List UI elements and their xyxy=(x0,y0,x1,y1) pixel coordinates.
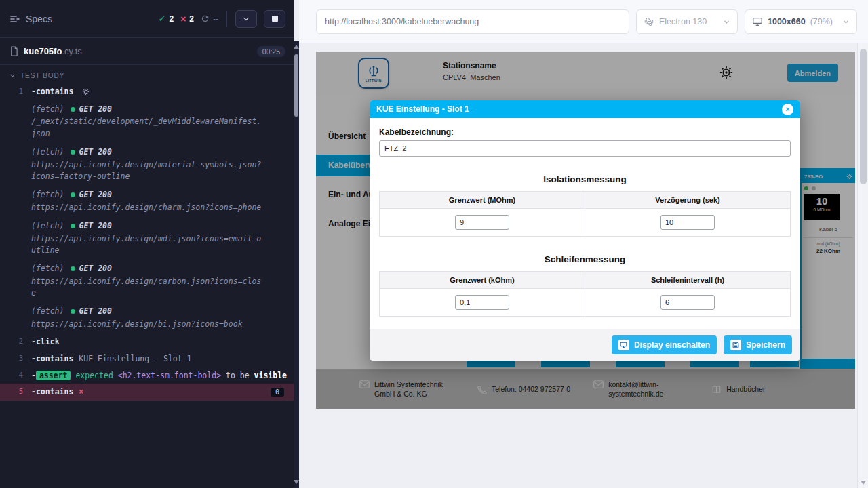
modal-body: Kabelbezeichnung: Isolationsmessung Gren… xyxy=(370,118,800,317)
url-input[interactable] xyxy=(317,10,629,33)
table-row xyxy=(380,209,791,237)
app-viewport: LITTWIN Stationsname CPLV4_Maschen Abmel… xyxy=(316,52,855,409)
reporter-header: Specs ✓ 2 × 2 -- xyxy=(0,0,294,38)
column-header: Schleifenintervall (h) xyxy=(585,272,791,289)
cable-name-input[interactable] xyxy=(379,140,791,157)
spec-file-row[interactable]: kue705fo.cy.ts 00:25 xyxy=(0,38,294,65)
status-dot xyxy=(71,309,75,314)
command-number: 1 xyxy=(0,86,31,95)
retry-count-badge: 0 xyxy=(271,388,284,396)
display-on-button[interactable]: Display einschalten xyxy=(612,336,717,354)
browser-label: Electron 130 xyxy=(659,17,707,26)
command-text: -containsKUE Einstellung - Slot 1 xyxy=(31,353,288,365)
schleifen-table: Grenzwert (kOhm) Schleifenintervall (h) xyxy=(379,271,791,317)
network-event[interactable]: (fetch)GET 200 /_next/static/development… xyxy=(0,100,294,143)
spec-file-icon xyxy=(9,46,18,56)
command-log: 1 -contains (fetch)GET 200 /_next/static… xyxy=(0,83,294,401)
assert-badge: assert xyxy=(36,371,71,380)
aut-pane: Electron 130 1000x660 (79%) LITTWIN Stat… xyxy=(299,0,868,488)
viewport-size: 1000x660 xyxy=(768,17,806,26)
scroll-down-arrow[interactable] xyxy=(294,480,299,484)
spec-name: kue705fo.cy.ts xyxy=(24,46,82,56)
save-icon xyxy=(730,340,741,350)
specs-label: Specs xyxy=(26,14,52,24)
save-button[interactable]: Speichern xyxy=(724,336,792,354)
scrollbar-thumb[interactable] xyxy=(294,54,298,117)
command-contains-failed[interactable]: 5 -contains× 0 xyxy=(0,384,294,401)
electron-icon xyxy=(644,16,654,27)
scrollbar-thumb[interactable] xyxy=(860,49,867,184)
schleifen-heading: Schleifenmessung xyxy=(379,254,791,264)
loop-grenzwert-input[interactable] xyxy=(455,295,509,310)
failed-count: × 2 xyxy=(180,14,194,24)
viewport-zoom: (79%) xyxy=(810,17,833,26)
column-header: Grenzwert (MOhm) xyxy=(380,192,585,209)
stop-icon xyxy=(272,16,278,22)
stop-button[interactable] xyxy=(264,10,285,28)
status-dot xyxy=(71,107,75,112)
command-contains-2[interactable]: 3 -containsKUE Einstellung - Slot 1 xyxy=(0,350,294,367)
chevron-down-icon xyxy=(842,18,850,26)
screen: Specs ✓ 2 × 2 -- xyxy=(0,0,868,488)
passed-count: ✓ 2 xyxy=(159,14,174,24)
browser-select[interactable]: Electron 130 xyxy=(636,9,738,34)
cable-name-label: Kabelbezeichnung: xyxy=(379,127,791,137)
command-text: -contains× xyxy=(31,386,271,398)
cross-icon: × xyxy=(180,14,186,24)
command-number: 3 xyxy=(0,353,31,362)
network-event[interactable]: (fetch)GET 200 https://api.iconify.desig… xyxy=(0,260,294,302)
command-contains-1[interactable]: 1 -contains xyxy=(0,83,294,100)
viewport-select[interactable]: 1000x660 (79%) xyxy=(745,9,857,34)
network-events: (fetch)GET 200 /_next/static/development… xyxy=(0,100,294,334)
assert-selector: <h2.text-sm.font-bold> xyxy=(118,371,221,380)
display-icon xyxy=(618,340,629,350)
column-header: Grenzwert (kOhm) xyxy=(380,272,585,289)
network-event[interactable]: (fetch)GET 200 https://api.iconify.desig… xyxy=(0,143,294,186)
status-dot xyxy=(71,266,75,271)
modal-title: KUE Einstellung - Slot 1 xyxy=(376,104,469,114)
chevron-down-icon xyxy=(9,73,16,79)
main-scrollbar xyxy=(857,43,868,488)
monitor-icon xyxy=(752,17,763,26)
network-event[interactable]: (fetch)GET 200 https://api.iconify.desig… xyxy=(0,186,294,217)
command-text: -contains xyxy=(31,86,288,98)
assert-text: -assert expected <h2.text-sm.font-bold> … xyxy=(31,370,288,382)
request-url: /_next/static/development/_devMiddleware… xyxy=(31,116,262,140)
request-url: https://api.iconify.design/mdi.json?icon… xyxy=(31,233,262,257)
column-header: Verzögerung (sek) xyxy=(585,192,791,209)
request-url: https://api.iconify.design/material-symb… xyxy=(31,159,262,183)
iso-grenzwert-input[interactable] xyxy=(455,215,509,230)
isolation-heading: Isolationsmessung xyxy=(379,174,791,184)
test-body-label: TEST BODY xyxy=(20,72,65,79)
request-url: https://api.iconify.design/bi.json?icons… xyxy=(31,319,262,330)
isolation-table: Grenzwert (MOhm) Verzögerung (sek) xyxy=(379,191,791,237)
command-assert[interactable]: 4 -assert expected <h2.text-sm.font-bold… xyxy=(0,367,294,384)
pending-count: -- xyxy=(201,14,218,24)
run-stats: ✓ 2 × 2 -- xyxy=(159,10,285,28)
loop-intervall-input[interactable] xyxy=(660,295,715,310)
scroll-up-arrow[interactable] xyxy=(294,45,299,49)
command-number: 4 xyxy=(0,370,31,379)
network-event[interactable]: (fetch)GET 200 https://api.iconify.desig… xyxy=(0,217,294,260)
reporter-scrollbar xyxy=(294,0,299,488)
collapse-button[interactable] xyxy=(235,10,257,28)
chevron-down-icon xyxy=(723,18,730,26)
refresh-icon xyxy=(201,14,210,23)
spec-duration-badge: 00:25 xyxy=(257,46,285,57)
fail-x-icon: × xyxy=(79,387,83,396)
aut-toolbar: Electron 130 1000x660 (79%) xyxy=(299,0,868,43)
table-row xyxy=(380,289,791,317)
status-dot xyxy=(71,150,75,155)
modal-header: KUE Einstellung - Slot 1 × xyxy=(370,100,800,118)
specs-list-icon xyxy=(9,14,20,24)
status-dot xyxy=(71,192,75,197)
command-click[interactable]: 2 -click xyxy=(0,333,294,350)
status-dot xyxy=(71,224,75,228)
close-icon[interactable]: × xyxy=(782,104,793,115)
scroll-down-arrow[interactable] xyxy=(861,481,866,485)
url-bar[interactable] xyxy=(316,9,629,34)
iso-verzoegerung-input[interactable] xyxy=(660,215,715,230)
network-event[interactable]: (fetch)GET 200 https://api.iconify.desig… xyxy=(0,302,294,333)
specs-menu-button[interactable]: Specs xyxy=(9,14,52,24)
test-body-toggle[interactable]: TEST BODY xyxy=(0,65,294,83)
